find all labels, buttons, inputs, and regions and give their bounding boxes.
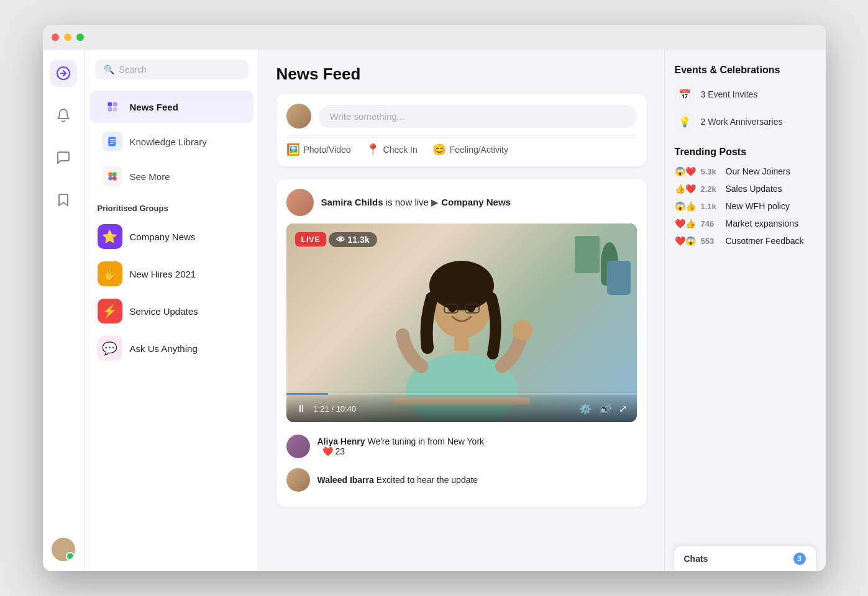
post-arrow: ▶: [431, 197, 439, 207]
titlebar: [43, 25, 826, 50]
see-more-label: See More: [130, 171, 170, 182]
bulb-icon: 💡: [675, 112, 695, 132]
bell-icon[interactable]: [50, 102, 77, 129]
sidebar: 🔍 Search News Feed: [85, 50, 259, 571]
ask-us-icon: 💬: [98, 336, 122, 361]
see-more-icon: [103, 166, 122, 186]
trend-label-3: New WFH policy: [726, 201, 790, 211]
trending-item-1[interactable]: 😱❤️ 5.3k Our New Joiners: [675, 166, 816, 176]
events-section-title: Events & Celebrations: [675, 65, 816, 76]
right-panel: Events & Celebrations 📅 3 Event Invites …: [664, 50, 826, 571]
home-icon[interactable]: [50, 60, 77, 87]
composer-input[interactable]: Write something...: [319, 105, 637, 128]
event-item-invites[interactable]: 📅 3 Event Invites: [675, 84, 816, 104]
maximize-dot[interactable]: [76, 34, 84, 41]
news-feed-icon: [103, 97, 122, 117]
sidebar-item-see-more[interactable]: See More: [90, 160, 254, 192]
feed-area: Write something... 🖼️ Photo/Video 📍 Chec…: [259, 94, 664, 571]
trending-item-5[interactable]: ❤️😱 553 Cusotmer Feedback: [675, 236, 816, 246]
trend-count-1: 5.3k: [701, 167, 721, 176]
group-item-new-hires[interactable]: ✋ New Hires 2021: [85, 255, 258, 292]
comment-text-waleed: Waleed Ibarra Excited to hear the update: [318, 475, 478, 485]
trending-item-2[interactable]: 👍❤️ 2.2k Sales Updates: [675, 184, 816, 194]
chat-icon[interactable]: [50, 144, 77, 171]
trend-label-5: Cusotmer Feedback: [726, 236, 804, 246]
svg-rect-14: [454, 332, 469, 351]
group-item-service-updates[interactable]: ⚡ Service Updates: [85, 292, 258, 330]
trend-count-5: 553: [701, 237, 721, 246]
feeling-icon: 😊: [432, 143, 446, 156]
trend-reactions-3: 😱👍: [675, 201, 696, 211]
commenter-name-aliya: Aliya Henry: [318, 436, 365, 446]
check-in-label: Check In: [383, 145, 418, 155]
settings-button[interactable]: ⚙️: [579, 403, 592, 415]
company-news-icon: ⭐: [98, 224, 122, 249]
trending-item-3[interactable]: 😱👍 1.1k New WFH policy: [675, 201, 816, 211]
svg-rect-1: [107, 102, 112, 107]
photo-video-label: Photo/Video: [304, 145, 351, 155]
reaction-count-aliya: ❤️ 23: [322, 446, 485, 456]
event-item-anniversaries[interactable]: 💡 2 Work Anniversaries: [675, 112, 816, 132]
check-in-action[interactable]: 📍 Check In: [366, 143, 418, 156]
live-post: Samira Childs is now live ▶ Company News: [276, 179, 647, 507]
svg-rect-4: [112, 107, 117, 112]
post-group: Company News: [441, 197, 511, 207]
event-invites-label: 3 Event Invites: [701, 89, 758, 99]
video-controls: ⏸ 1:21 / 10:40 ⚙️ 🔊 ⤢: [286, 391, 637, 422]
comment-item: Aliya Henry We're tuning in from New Yor…: [286, 430, 637, 463]
company-news-label: Company News: [130, 232, 196, 242]
feeling-label: Feeling/Activity: [450, 145, 508, 155]
minimize-dot[interactable]: [64, 34, 71, 41]
chats-bar[interactable]: Chats 3: [674, 546, 816, 571]
bookmark-icon[interactable]: [50, 186, 77, 214]
knowledge-library-icon: [103, 132, 122, 151]
feeling-action[interactable]: 😊 Feeling/Activity: [432, 143, 508, 156]
post-author-info: Samira Childs is now live ▶ Company News: [321, 197, 511, 208]
video-container: LIVE 👁 11.3k ⏸ 1:21 / 10:40 ⚙️ 🔊: [286, 224, 637, 422]
volume-button[interactable]: 🔊: [599, 403, 611, 415]
sidebar-item-news-feed[interactable]: News Feed: [90, 91, 254, 123]
eye-icon: 👁: [336, 235, 345, 245]
group-item-company-news[interactable]: ⭐ Company News: [85, 218, 258, 255]
photo-video-action[interactable]: 🖼️ Photo/Video: [286, 143, 351, 156]
trend-label-4: Market expansions: [726, 219, 799, 228]
icon-rail: [43, 50, 85, 571]
search-bar[interactable]: 🔍 Search: [95, 60, 249, 79]
main-content: News Feed Write something... 🖼️ Photo/Vi…: [259, 50, 664, 571]
page-title: News Feed: [276, 65, 647, 84]
news-feed-label: News Feed: [130, 102, 178, 112]
user-avatar-rail[interactable]: [52, 538, 75, 561]
service-updates-label: Service Updates: [130, 306, 198, 317]
sidebar-item-knowledge-library[interactable]: Knowledge Library: [90, 125, 254, 158]
close-dot[interactable]: [52, 34, 59, 41]
service-updates-icon: ⚡: [98, 299, 122, 323]
trend-reactions-1: 😱❤️: [675, 166, 696, 176]
trending-item-4[interactable]: ❤️👍 746 Market expansions: [675, 219, 816, 228]
trend-count-3: 1.1k: [701, 202, 721, 211]
trending-section: Trending Posts 😱❤️ 5.3k Our New Joiners …: [675, 147, 816, 246]
main-header: News Feed: [259, 50, 664, 94]
photo-video-icon: 🖼️: [286, 143, 300, 156]
svg-rect-2: [112, 102, 117, 107]
search-icon: 🔍: [104, 65, 114, 74]
video-timestamp: 1:21 / 10:40: [314, 404, 572, 413]
live-badge: LIVE: [295, 232, 327, 246]
svg-point-13: [429, 261, 494, 310]
comment-avatar-waleed: [286, 468, 310, 492]
new-hires-label: New Hires 2021: [130, 269, 196, 279]
new-hires-icon: ✋: [98, 261, 122, 286]
fullscreen-button[interactable]: ⤢: [619, 403, 627, 415]
comment-text-aliya: Aliya Henry We're tuning in from New Yor…: [318, 436, 485, 456]
trend-reactions-4: ❤️👍: [675, 219, 696, 228]
trend-count-4: 746: [701, 219, 721, 228]
svg-point-8: [108, 176, 112, 181]
ask-us-label: Ask Us Anything: [130, 343, 198, 354]
check-in-icon: 📍: [366, 143, 380, 156]
play-pause-button[interactable]: ⏸: [296, 404, 306, 415]
search-placeholder: Search: [119, 65, 147, 74]
trend-count-2: 2.2k: [701, 184, 721, 194]
group-item-ask-us[interactable]: 💬 Ask Us Anything: [85, 330, 258, 367]
svg-point-9: [112, 176, 117, 181]
post-author-name: Samira Childs: [321, 197, 383, 207]
commenter-name-waleed: Waleed Ibarra: [318, 475, 374, 485]
